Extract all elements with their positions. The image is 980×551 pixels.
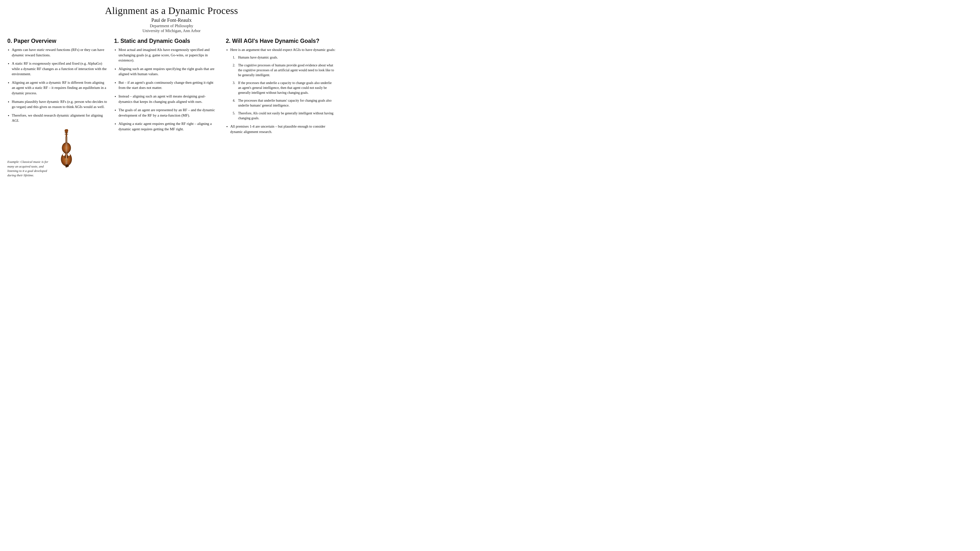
numbered-item-4: 4.The processes that underlie humans' ca… bbox=[233, 98, 336, 108]
violin-image bbox=[56, 128, 78, 178]
author-name: Paul de Font-Reaulx bbox=[7, 17, 336, 23]
right-closing-bullet: All premises 1-4 are uncertain – but pla… bbox=[226, 124, 336, 135]
violin-section: Example: Classical music is for many an … bbox=[7, 128, 107, 178]
columns: 0. Paper Overview Agents can have static… bbox=[7, 38, 336, 178]
center-bullet-1: Most actual and imagined AIs have exogen… bbox=[114, 47, 219, 63]
center-bullet-5: The goals of an agent are represented by… bbox=[114, 108, 219, 118]
numbered-item-2: 2.The cognitive processes of humans prov… bbox=[233, 63, 336, 78]
svg-point-11 bbox=[67, 155, 68, 159]
left-bullet-5: Therefore, we should research dynamic al… bbox=[7, 113, 107, 124]
violin-caption: Example: Classical music is for many an … bbox=[7, 160, 51, 178]
svg-point-17 bbox=[65, 165, 69, 167]
right-section-title: 2. Will AGI's Have Dynamic Goals? bbox=[226, 38, 336, 44]
main-title: Alignment as a Dynamic Process bbox=[7, 5, 336, 16]
right-intro-bullet: Here is an argument that we should expec… bbox=[226, 47, 336, 121]
center-bullet-list: Most actual and imagined AIs have exogen… bbox=[114, 47, 219, 132]
center-column: 1. Static and Dynamic Goals Most actual … bbox=[114, 38, 219, 135]
left-section-title: 0. Paper Overview bbox=[7, 38, 107, 44]
university: University of Michigan, Ann Arbor bbox=[7, 29, 336, 33]
numbered-list: 1.Humans have dynamic goals. 2.The cogni… bbox=[230, 55, 336, 121]
center-bullet-2: Aligning such an agent requires specifyi… bbox=[114, 67, 219, 77]
left-bullet-4: Humans plausibly have dynamic RFs (e.g. … bbox=[7, 99, 107, 110]
numbered-item-3: 3.If the processes that underlie a capac… bbox=[233, 81, 336, 95]
right-column: 2. Will AGI's Have Dynamic Goals? Here i… bbox=[226, 38, 336, 138]
header: Alignment as a Dynamic Process Paul de F… bbox=[7, 5, 336, 33]
right-bullet-list: Here is an argument that we should expec… bbox=[226, 47, 336, 135]
center-bullet-6: Aligning a static agent requires getting… bbox=[114, 121, 219, 132]
left-bullet-list: Agents can have static reward functions … bbox=[7, 47, 107, 124]
center-bullet-4: Instead – aligning such an agent will me… bbox=[114, 94, 219, 104]
left-bullet-2: A static RF is exogenously specified and… bbox=[7, 61, 107, 77]
left-bullet-3: Aligning an agent with a dynamic RF is d… bbox=[7, 80, 107, 96]
center-section-title: 1. Static and Dynamic Goals bbox=[114, 38, 219, 44]
svg-point-10 bbox=[65, 155, 66, 159]
numbered-item-5: 5.Therefore, AIs could not easily be gen… bbox=[233, 111, 336, 121]
left-bullet-1: Agents can have static reward functions … bbox=[7, 47, 107, 58]
dept: Department of Philosophy bbox=[7, 24, 336, 29]
numbered-item-1: 1.Humans have dynamic goals. bbox=[233, 55, 336, 60]
left-column: 0. Paper Overview Agents can have static… bbox=[7, 38, 107, 178]
center-bullet-3: But – if an agent's goals continuously c… bbox=[114, 80, 219, 91]
